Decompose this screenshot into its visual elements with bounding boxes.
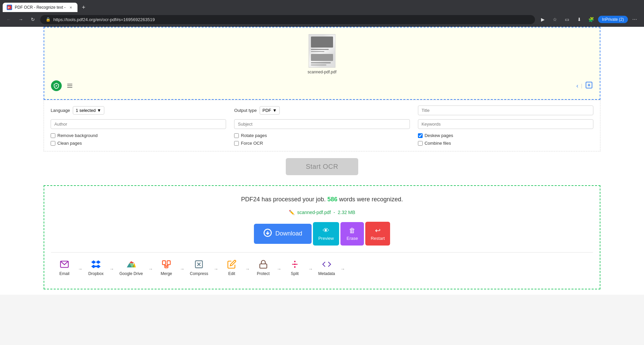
start-ocr-button[interactable]: Start OCR: [286, 158, 359, 175]
favorites-button[interactable]: ☆: [550, 14, 560, 25]
file-preview: scanned-pdf.pdf: [308, 34, 336, 74]
preview-button[interactable]: 👁 Preview: [313, 222, 339, 246]
tool-link-metadata[interactable]: Metadata: [313, 257, 340, 279]
keywords-input-group: [418, 119, 593, 129]
toolbar-left: [51, 80, 75, 91]
output-type-dropdown[interactable]: PDF ▼: [260, 106, 280, 115]
arrow-1: →: [78, 264, 83, 272]
deskew-pages-checkbox[interactable]: [418, 133, 423, 138]
remove-background-checkbox[interactable]: [51, 133, 55, 138]
downloads-button[interactable]: ⬇: [574, 14, 585, 25]
file-name: scanned-pdf.pdf: [308, 70, 336, 74]
subject-input-group: [234, 119, 410, 129]
protect-icon: [258, 259, 268, 269]
output-dropdown-arrow-icon: ▼: [273, 108, 277, 113]
tool-link-gdrive-label: Google Drive: [119, 271, 143, 276]
add-file-button[interactable]: [585, 81, 593, 91]
active-tab[interactable]: P PDF OCR - Recognize text - ✕: [3, 3, 77, 12]
arrow-2: →: [109, 264, 114, 272]
email-icon: [59, 259, 69, 269]
rotate-pages-group[interactable]: Rotate pages: [234, 133, 410, 138]
result-file-info: ✏️ scanned-pdf.pdf - 2.32 MB: [289, 210, 355, 215]
deskew-pages-group[interactable]: Deskew pages: [418, 133, 593, 138]
arrow-7: →: [277, 264, 281, 272]
author-input[interactable]: [51, 119, 226, 129]
split-icon: [290, 259, 300, 269]
download-label: Download: [275, 230, 302, 237]
read-aloud-button[interactable]: ▶: [538, 14, 548, 25]
tool-link-email[interactable]: Email: [51, 257, 78, 279]
browser-chrome: P PDF OCR - Recognize text - ✕ + ← → ↻ 🔒…: [0, 0, 644, 27]
tool-link-gdrive[interactable]: Google Drive: [114, 257, 148, 279]
erase-label: Erase: [346, 236, 358, 241]
download-icon: [263, 228, 272, 239]
keywords-input[interactable]: [418, 119, 593, 129]
arrow-8: →: [308, 264, 313, 272]
title-input-group: [418, 106, 593, 115]
url-text: https://tools.pdf24.org/en/ocr-pdf#s=169…: [53, 17, 155, 22]
download-button[interactable]: Download: [254, 224, 312, 244]
tool-link-edit[interactable]: Edit: [218, 257, 245, 279]
remove-background-group[interactable]: Remove background: [51, 133, 226, 138]
tool-link-merge[interactable]: Merge: [153, 257, 180, 279]
svg-rect-23: [260, 264, 267, 268]
author-input-group: [51, 119, 226, 129]
pdf-thumbnail: [309, 34, 335, 68]
erase-icon: 🗑: [349, 227, 356, 234]
combine-files-checkbox[interactable]: [418, 141, 423, 146]
combine-files-group[interactable]: Combine files: [418, 141, 593, 146]
clean-pages-group[interactable]: Clean pages: [51, 141, 226, 146]
browser-nav-bar: ← → ↻ 🔒 https://tools.pdf24.org/en/ocr-p…: [0, 12, 644, 27]
shield-button[interactable]: [51, 80, 62, 91]
restart-button[interactable]: ↩ Restart: [365, 222, 390, 246]
language-dropdown[interactable]: 1 selected ▼: [73, 106, 104, 115]
settings-button[interactable]: ⋯: [629, 14, 640, 25]
restart-icon: ↩: [375, 226, 381, 234]
options-row-3: Remove background Clean pages Rotate pag…: [51, 133, 593, 146]
svg-rect-16: [167, 261, 170, 265]
arrow-3: →: [148, 264, 153, 272]
tool-link-edit-label: Edit: [228, 271, 235, 276]
list-view-button[interactable]: [64, 80, 75, 91]
options-row-1: Language 1 selected ▼ Output type PDF ▼: [51, 106, 593, 115]
tool-links-row: Email → Dropbox → Google Drive →: [51, 252, 593, 279]
tab-close-button[interactable]: ✕: [68, 5, 73, 10]
tool-link-split-label: Split: [291, 271, 299, 276]
subject-input[interactable]: [234, 119, 410, 129]
arrow-4: →: [180, 264, 184, 272]
clean-pages-checkbox[interactable]: [51, 141, 55, 146]
split-view-button[interactable]: ▭: [562, 14, 573, 25]
force-ocr-group[interactable]: Force OCR: [234, 141, 410, 146]
gdrive-icon: [126, 259, 136, 269]
merge-icon: [161, 259, 171, 269]
tool-link-compress-label: Compress: [190, 271, 208, 276]
browser-title-bar: P PDF OCR - Recognize text - ✕ +: [0, 0, 644, 12]
tool-link-compress[interactable]: Compress: [184, 257, 214, 279]
new-tab-button[interactable]: +: [79, 3, 88, 12]
reload-button[interactable]: ↻: [28, 15, 38, 24]
dropdown-arrow-icon: ▼: [97, 108, 101, 113]
back-button[interactable]: ←: [4, 15, 13, 24]
remove-background-label: Remove background: [57, 133, 98, 138]
address-bar[interactable]: 🔒 https://tools.pdf24.org/en/ocr-pdf#s=1…: [40, 15, 535, 24]
rotate-pages-checkbox[interactable]: [234, 133, 239, 138]
tool-link-dropbox[interactable]: Dropbox: [83, 257, 109, 279]
svg-marker-14: [129, 261, 135, 263]
svg-point-26: [294, 267, 295, 267]
tool-link-email-label: Email: [59, 271, 69, 276]
tool-link-split[interactable]: Split: [281, 257, 308, 279]
force-ocr-checkbox[interactable]: [234, 141, 239, 146]
forward-button[interactable]: →: [16, 15, 25, 24]
erase-button[interactable]: 🗑 Erase: [340, 222, 364, 246]
tool-link-protect[interactable]: Protect: [250, 257, 277, 279]
prev-arrow[interactable]: ‹: [576, 82, 578, 89]
extensions-button[interactable]: 🧩: [586, 14, 597, 25]
title-input[interactable]: [418, 106, 593, 115]
result-file-name: scanned-pdf.pdf: [297, 210, 331, 215]
svg-text:P: P: [8, 6, 10, 9]
restart-label: Restart: [371, 236, 385, 241]
preview-icon: 👁: [323, 227, 329, 234]
toolbar-right: ‹ |: [576, 81, 593, 91]
svg-point-25: [294, 261, 295, 262]
profile-button[interactable]: InPrivate (2): [598, 16, 628, 23]
